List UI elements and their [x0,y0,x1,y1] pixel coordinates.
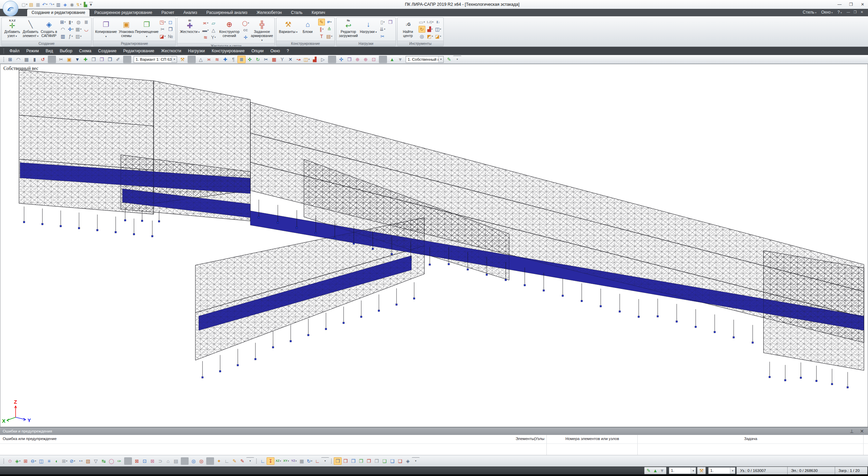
flip-icon[interactable]: ↹ [100,457,108,465]
create-in-sapfir-button[interactable]: ◈Создать в САПФИР [40,18,58,40]
select-x2-icon[interactable]: ⊠ [149,457,156,465]
sum-loads-icon[interactable]: Σ↓ [435,19,442,25]
section-shape-icon[interactable]: ◯ [242,20,249,26]
frame-select-icon[interactable]: ⌂ [164,457,172,465]
c-palette-icon[interactable]: ◩ [426,33,434,40]
cut-region-icon[interactable]: ◳ [159,19,166,25]
move-button[interactable]: ❐Перемещение [136,18,157,40]
cube-diamond-icon[interactable]: ◈ [404,457,412,465]
surface-function-icon[interactable]: ƒ [67,33,74,40]
toolbar-icon[interactable] [123,56,131,63]
toolbar-overflow-icon[interactable]: ▾ [246,457,254,465]
rods-highlight-icon[interactable]: ≣ [237,56,246,63]
cube-top-icon[interactable]: ❒ [342,457,349,465]
pack-icon[interactable]: ▣ [65,56,73,63]
fan-icon[interactable]: ✣ [337,56,345,63]
stiffness-edit-icon[interactable]: ✚ [221,56,229,63]
select-zoom-icon[interactable]: ◻ [167,19,174,25]
combo-dropdown-icon[interactable] [438,56,443,62]
sapfir-icon[interactable]: ◈ [62,1,69,8]
truss-gen-icon[interactable]: ◠ [59,26,66,33]
cube-blue-icon[interactable]: ❏ [388,457,396,465]
report-chart-icon[interactable]: ▙ [82,1,89,8]
app-menu-logo[interactable] [3,1,18,16]
mdi-close-button[interactable]: ✕ [859,9,865,16]
section-constructor-button[interactable]: ⊕Конструктор сечений [218,18,240,42]
hinge-icon[interactable]: ≍ [205,56,213,63]
pressure-load-icon[interactable]: ▯ [379,19,386,25]
torch-icon[interactable]: ✦ [215,457,223,465]
menu-item[interactable]: Схема [76,47,95,55]
quick-run-icon[interactable]: ↯ [75,1,82,8]
cube-right-icon[interactable]: ❐ [373,457,381,465]
variants-button[interactable]: ⚒Варианты [278,18,298,40]
cursor-icon[interactable]: ▷ [319,56,327,63]
copy-icon[interactable]: ❐ [90,56,98,63]
menu-item[interactable]: Выбор [56,47,76,55]
prev-loadcase-icon[interactable]: ▲ [388,56,396,63]
jack-icon[interactable]: ✛ [242,34,249,41]
remove-node-icon[interactable]: ▼ [73,56,81,63]
hinge-row-icon[interactable]: ≋ [213,56,221,63]
pin-panel-icon[interactable]: ⊥ [848,428,855,435]
variant-number-combo[interactable]: 1. [708,467,735,474]
restore-button[interactable]: ❐ [848,1,854,8]
comb-icon[interactable]: ▟ [311,56,319,63]
menu-item[interactable]: Создание [95,47,120,55]
load-editor-button[interactable]: №↩Редактор загружений [338,18,359,40]
next-loadcase-icon[interactable]: ▼ [396,56,404,63]
edit-loadcase-icon[interactable]: ✎ [645,468,652,474]
iso-block-icon[interactable]: ▧ [84,457,92,465]
minimize-button[interactable]: — [836,1,843,8]
mdi-restore-button[interactable]: ❐ [852,9,859,16]
toolbar-grip[interactable] [3,458,4,464]
toolbar-overflow-icon[interactable]: ▾ [321,457,329,465]
plate-hatch-icon[interactable]: ▨ [75,33,82,40]
toolbar-grip[interactable] [256,458,257,464]
style-menu[interactable]: Стиль [803,10,816,15]
tab-reinforced-concrete[interactable]: Железобетон [252,9,286,16]
redo-icon[interactable]: ↷ [48,1,55,8]
cube-front-icon[interactable]: ❒ [349,457,357,465]
toolbar-icon[interactable] [181,457,189,465]
toolbar-grip[interactable] [331,458,332,464]
truss-icon[interactable]: ◠ [14,56,22,63]
rows-filter-icon[interactable]: ≡ [45,457,53,465]
loads-button[interactable]: ↓Нагрузки [359,18,378,40]
brush-icon[interactable]: ✑ [115,457,123,465]
toolbar-icon[interactable] [124,457,132,465]
variant-hammer-icon[interactable]: ⚒ [178,56,187,63]
columns-filter-icon[interactable]: ◫ [37,457,45,465]
help-menu[interactable]: ? [837,10,842,15]
tab-analysis[interactable]: Анализ [179,9,202,16]
fragment-cube-icon[interactable]: ❒ [334,457,342,465]
toolbar-icon[interactable] [379,56,387,63]
cut-loads-icon[interactable]: ✂ [379,33,386,40]
elastic-support-icon[interactable]: △ [210,27,217,34]
supports-icon[interactable]: ≋ [202,34,209,41]
stiffness-button[interactable]: EI✚Жесткости [179,18,200,42]
renumber-icon[interactable]: № [167,33,174,40]
select-frame-icon[interactable]: ⊡ [141,457,149,465]
axes-small-icon[interactable]: ∟ [223,457,231,465]
leveling-icon[interactable]: ≙ [326,26,333,33]
palette-icon[interactable]: ▦ [270,56,278,63]
wye-link-icon[interactable]: Y [210,34,217,41]
select-center-icon[interactable]: ◈ [14,457,22,465]
cube-red-icon[interactable]: ❏ [396,457,404,465]
toolbar-icon[interactable] [206,457,214,465]
toolbar-grip[interactable] [3,48,4,54]
masonry-icon[interactable]: ▤ [326,33,333,40]
projection-xy-icon[interactable]: XY [282,457,290,465]
tab-calculation[interactable]: Расчет [157,9,179,16]
loadcase-combo[interactable]: 1. Собственный вес [406,56,444,63]
scissors-icon[interactable]: ✂ [159,26,166,33]
stiffness-info-icon[interactable]: ¶ [229,56,237,63]
next-loadcase-icon[interactable]: ▼ [659,468,666,474]
view-down-icon[interactable]: ↧ [267,457,274,465]
toolbar-icon[interactable] [48,56,56,63]
add-element-button[interactable]: ╲Добавить элемент [22,18,39,40]
column-header-error[interactable]: Ошибка или предупреждение [3,437,57,441]
copy-fragment-icon[interactable]: ❐ [167,26,174,33]
model-viewport[interactable]: Собственный вес ZXY [0,64,868,427]
